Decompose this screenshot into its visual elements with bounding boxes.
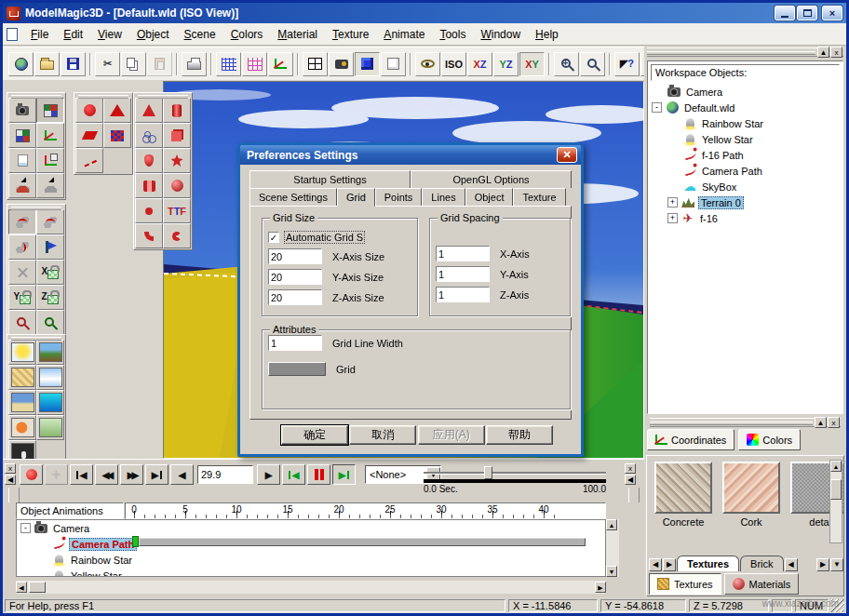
tree-item-skybox[interactable]: SkyBox <box>648 179 842 194</box>
axis-input[interactable] <box>268 269 322 285</box>
close-panel-icon[interactable]: x <box>625 463 636 474</box>
automatic-grid-checkbox[interactable]: ✓ <box>268 232 279 243</box>
axis-input[interactable] <box>436 266 490 282</box>
fast-forward-button[interactable]: ▶▶ <box>120 464 143 485</box>
tab-lines[interactable]: Lines <box>422 188 465 206</box>
paste-button[interactable] <box>147 52 172 76</box>
iso-view-button[interactable]: ISO <box>441 52 466 76</box>
th-clouds-button[interactable] <box>36 365 64 390</box>
frame-back-button[interactable]: ◀ <box>170 464 194 485</box>
shape-star-button[interactable] <box>163 148 191 173</box>
menu-colors[interactable]: Colors <box>223 26 271 43</box>
seek-start-button[interactable]: ◀ <box>70 464 93 485</box>
shape-curve-button[interactable] <box>163 223 191 248</box>
axis-input[interactable] <box>268 289 322 305</box>
expander-icon[interactable]: - <box>20 523 31 533</box>
scroll-left-icon[interactable]: ◀ <box>16 582 27 593</box>
timeline-horizontal-scrollbar[interactable]: ◀ ▶ <box>16 581 606 594</box>
scroll-thumb[interactable] <box>29 582 46 593</box>
print-button[interactable] <box>182 52 207 76</box>
shape-path-button[interactable] <box>75 148 103 173</box>
th-sand-button[interactable] <box>8 365 36 390</box>
tree-item-f-16[interactable]: +f-16 <box>648 210 842 226</box>
grid-button[interactable] <box>216 52 241 76</box>
maximize-button[interactable] <box>797 6 817 20</box>
collapse-left-icon[interactable]: ◀ <box>5 475 16 485</box>
keyframe-marker[interactable] <box>132 536 139 547</box>
context-help-button[interactable]: ◤? <box>614 52 640 76</box>
workspace-panel-grip[interactable]: ▲ x <box>647 47 843 57</box>
axis-input[interactable] <box>268 335 322 351</box>
menu-edit[interactable]: Edit <box>56 26 90 43</box>
texture-view-button[interactable] <box>36 98 64 123</box>
shape-box-button[interactable] <box>163 123 191 148</box>
play-start-button[interactable]: ◀ <box>282 464 305 485</box>
texture-thumb-cork[interactable]: Cork <box>720 462 783 528</box>
shape-elbow-button[interactable] <box>135 223 163 248</box>
menu-help[interactable]: Help <box>528 26 566 43</box>
shape-vase-button[interactable] <box>135 148 163 173</box>
shape-ttf-button[interactable]: TTF <box>163 198 191 223</box>
axis-input[interactable] <box>436 246 490 261</box>
collapse-up-icon[interactable]: ▲ <box>817 47 829 58</box>
copy-button[interactable] <box>121 52 146 76</box>
texture-tab-brick[interactable]: Brick <box>740 556 783 571</box>
tab-object[interactable]: Object <box>465 188 514 206</box>
timeline-ruler[interactable]: 0510152025303540 <box>125 502 606 519</box>
tab-coordinates[interactable]: Coordinates <box>647 429 734 450</box>
tree-item-camera[interactable]: Camera <box>648 84 842 100</box>
camera-button[interactable] <box>8 98 36 123</box>
menu-animate[interactable]: Animate <box>376 26 432 43</box>
shape-ribbon-button[interactable] <box>135 173 163 198</box>
close-panel-icon[interactable]: x <box>828 417 840 428</box>
frame-input[interactable] <box>197 465 253 484</box>
mdi-document-icon[interactable] <box>7 28 18 41</box>
tab-colors[interactable]: Colors <box>738 429 801 450</box>
zoom-out-button[interactable] <box>580 52 605 76</box>
th-beach-button[interactable] <box>8 390 36 415</box>
th-terrain-button[interactable] <box>36 340 64 365</box>
wire-view-button[interactable] <box>381 52 406 76</box>
dialog-button-ok[interactable]: 确定 <box>281 425 348 445</box>
tree-item-terrain-0[interactable]: +Terrain 0 <box>648 194 842 210</box>
menu-file[interactable]: File <box>23 26 56 43</box>
yz-view-button[interactable]: YZ <box>493 52 519 76</box>
shape-sphere-button[interactable] <box>163 173 191 198</box>
zoom-in-button[interactable] <box>554 52 579 76</box>
menu-scene[interactable]: Scene <box>177 26 223 43</box>
scroll-down-icon[interactable]: ▼ <box>606 566 617 577</box>
note-button[interactable] <box>8 148 36 173</box>
drag-grip[interactable] <box>8 488 20 502</box>
tree-item-yellow-star[interactable]: Yellow Star <box>648 131 842 147</box>
texture-tab-textures[interactable]: Textures <box>677 556 739 571</box>
drag-grip[interactable] <box>628 488 640 502</box>
tab-startup-settings[interactable]: Startup Settings <box>249 170 411 188</box>
texture-scrollbar[interactable]: ▲ <box>829 460 842 543</box>
axes-frame-button[interactable] <box>36 148 64 173</box>
shape-cylinder-button[interactable] <box>163 98 191 123</box>
terrain-raise-button[interactable] <box>36 173 64 198</box>
lock-x-button[interactable] <box>36 260 64 285</box>
stop-button[interactable] <box>45 464 68 485</box>
select-scale-button[interactable] <box>8 234 36 260</box>
expander-icon[interactable]: - <box>652 102 662 113</box>
shape-circle-button[interactable] <box>75 98 103 123</box>
panel-button-textures[interactable]: Textures <box>649 573 721 595</box>
dialog-close-button[interactable]: ✕ <box>557 147 577 163</box>
collapse-left-icon[interactable]: ◀ <box>625 475 636 485</box>
dialog-button-apply[interactable]: 应用(A) <box>418 425 485 445</box>
slider-groove[interactable] <box>424 472 606 474</box>
th-water-button[interactable] <box>36 390 64 415</box>
axes-3d-button[interactable] <box>36 123 64 148</box>
tree-item-rainbow-star[interactable]: Rainbow Star <box>17 552 605 568</box>
panel-button-materials[interactable]: Materials <box>724 573 800 595</box>
slider-thumb[interactable] <box>484 466 492 479</box>
shape-torus-button[interactable] <box>135 198 163 223</box>
close-panel-icon[interactable]: x <box>5 463 16 474</box>
tab-prev-icon[interactable]: ◀ <box>785 558 798 571</box>
expander-icon[interactable]: + <box>667 213 678 223</box>
axis-input[interactable] <box>268 248 322 264</box>
solid-view-button[interactable] <box>355 52 380 76</box>
tab-next-icon[interactable]: ▶ <box>816 558 829 571</box>
th-green-button[interactable] <box>36 415 64 440</box>
